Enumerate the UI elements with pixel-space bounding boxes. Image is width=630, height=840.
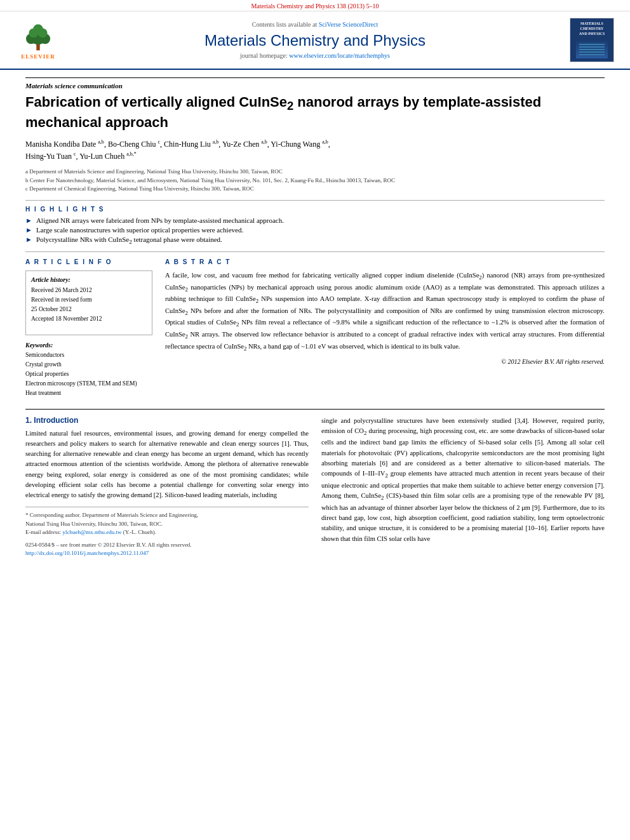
highlight-item-3: ► Polycrystalline NRs with CuInSe2 tetra… <box>25 236 605 245</box>
authors: Manisha Kondiba Date a,b, Bo-Cheng Chiu … <box>25 138 605 163</box>
abstract-col: A B S T R A C T A facile, low cost, and … <box>165 258 605 399</box>
copyright-text: © 2012 Elsevier B.V. All rights reserved… <box>165 358 605 365</box>
body-two-col: 1. Introduction Limited natural fuel res… <box>25 416 605 558</box>
journal-logo-box: MATERIALSCHEMISTRYAND PHYSICS <box>566 18 617 62</box>
received-date: Received 26 March 2012 Received in revis… <box>31 286 147 324</box>
accepted-text: Accepted 18 November 2012 <box>31 314 147 324</box>
journal-title: Materials Chemistry and Physics <box>70 32 560 50</box>
highlight-text-3: Polycrystalline NRs with CuInSe2 tetrago… <box>36 236 222 245</box>
affiliations: a Department of Materials Science and En… <box>25 168 605 194</box>
highlights-label: H I G H L I G H T S <box>25 206 605 213</box>
title-subscript: 2 <box>287 99 293 112</box>
svg-point-7 <box>36 44 39 47</box>
footnote-email[interactable]: ylchueh@mx.nthu.edu.tw <box>62 529 123 535</box>
abstract-text: A facile, low cost, and vacuum free meth… <box>165 270 605 354</box>
intro-left-text: Limited natural fuel resources, environm… <box>25 429 309 501</box>
keyword-5: Heat treatment <box>25 389 152 398</box>
highlight-item-2: ► Large scale nanostructures with superi… <box>25 226 605 234</box>
doi-link[interactable]: http://dx.doi.org/10.1016/j.matchemphys.… <box>25 549 309 558</box>
logo-text: MATERIALSCHEMISTRYAND PHYSICS <box>579 22 605 36</box>
divider-1 <box>25 200 605 201</box>
received-revised-text: Received in revised form25 October 2012 <box>31 295 147 314</box>
affiliation-a: a Department of Materials Science and En… <box>25 168 605 177</box>
article-info-box: Article history: Received 26 March 2012 … <box>25 270 152 335</box>
sciverse-info: Contents lists available at SciVerse Sci… <box>70 21 560 28</box>
footnote-section: * Corresponding author. Department of Ma… <box>25 507 309 537</box>
keyword-4: Electron microscopy (STEM, TEM and SEM) <box>25 379 152 389</box>
title-part1: Fabrication of vertically aligned CuInSe <box>25 94 287 110</box>
article-title: Fabrication of vertically aligned CuInSe… <box>25 93 605 132</box>
keywords-section: Keywords: Semiconductors Crystal growth … <box>25 342 152 399</box>
author-list: Manisha Kondiba Date a,b, Bo-Cheng Chiu … <box>25 140 330 161</box>
keyword-2: Crystal growth <box>25 360 152 370</box>
journal-logo-image: MATERIALSCHEMISTRYAND PHYSICS <box>570 18 614 62</box>
citation-text: Materials Chemistry and Physics 138 (201… <box>251 3 379 10</box>
two-col-section: A R T I C L E I N F O Article history: R… <box>25 258 605 399</box>
highlight-text-1: Aligned NR arrays were fabricated from N… <box>36 217 284 224</box>
page: Materials Chemistry and Physics 138 (201… <box>0 0 630 571</box>
section-title-text: Introduction <box>34 416 78 425</box>
affiliation-b: b Center For Nanotechnology, Material Sc… <box>25 177 605 185</box>
highlight-arrow-1: ► <box>25 217 32 224</box>
article-info-col: A R T I C L E I N F O Article history: R… <box>25 258 152 399</box>
bottom-footnotes: 0254-0584/$ – see front matter © 2012 El… <box>25 541 309 558</box>
journal-center: Contents lists available at SciVerse Sci… <box>70 21 560 59</box>
highlight-text-2: Large scale nanostructures with superior… <box>36 226 243 234</box>
intro-section-title: 1. Introduction <box>25 416 309 425</box>
keyword-1: Semiconductors <box>25 350 152 360</box>
homepage-url[interactable]: www.elsevier.com/locate/matchemphys <box>289 52 390 59</box>
journal-header: ELSEVIER Contents lists available at Sci… <box>0 11 630 70</box>
citation-bar: Materials Chemistry and Physics 138 (201… <box>0 0 630 11</box>
main-content: Materials science communication Fabricat… <box>0 70 630 571</box>
received-text: Received 26 March 2012 <box>31 286 147 295</box>
divider-2 <box>25 251 605 252</box>
footnote-email-label: E-mail address: <box>25 529 61 535</box>
highlight-arrow-2: ► <box>25 226 32 234</box>
highlight-arrow-3: ► <box>25 236 32 243</box>
sciverse-link[interactable]: SciVerse ScienceDirect <box>319 21 379 28</box>
highlights-section: H I G H L I G H T S ► Aligned NR arrays … <box>25 206 605 245</box>
history-label: Article history: <box>31 276 147 283</box>
keywords-label: Keywords: <box>25 342 152 349</box>
journal-homepage: journal homepage: www.elsevier.com/locat… <box>70 52 560 59</box>
elsevier-tree-icon <box>19 20 57 52</box>
svg-point-6 <box>33 24 43 34</box>
article-type: Materials science communication <box>25 77 605 90</box>
article-info-label: A R T I C L E I N F O <box>25 258 152 265</box>
keyword-3: Optical properties <box>25 370 152 379</box>
issn-text: 0254-0584/$ – see front matter © 2012 El… <box>25 541 309 550</box>
elsevier-brand-text: ELSEVIER <box>21 53 55 60</box>
body-right-col: single and polycrystalline structures ha… <box>321 416 605 558</box>
body-section: 1. Introduction Limited natural fuel res… <box>25 409 605 558</box>
homepage-label: journal homepage: <box>240 52 288 59</box>
intro-right-text: single and polycrystalline structures ha… <box>321 416 605 544</box>
footnote-email-suffix: (Y.-L. Chueh). <box>123 529 156 535</box>
section-num: 1. <box>25 416 32 425</box>
abstract-label: A B S T R A C T <box>165 258 605 265</box>
footnote-corresponding: * Corresponding author. Department of Ma… <box>25 511 309 537</box>
affiliation-c: c Department of Chemical Engineering, Na… <box>25 185 605 194</box>
elsevier-logo: ELSEVIER <box>13 20 64 60</box>
body-left-col: 1. Introduction Limited natural fuel res… <box>25 416 309 558</box>
sciverse-prefix: Contents lists available at <box>252 21 317 28</box>
highlight-item-1: ► Aligned NR arrays were fabricated from… <box>25 217 605 224</box>
